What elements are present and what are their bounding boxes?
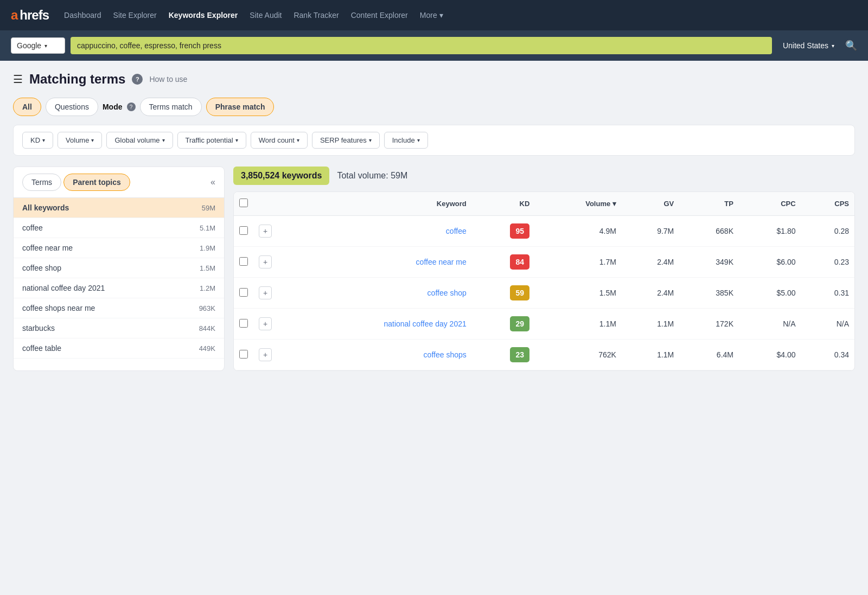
chevron-down-icon: ▾ xyxy=(297,137,299,143)
row-checkbox-cell xyxy=(234,247,253,278)
filter-row: KD ▾ Volume ▾ Global volume ▾ Traffic po… xyxy=(13,125,855,156)
add-keyword-button[interactable]: + xyxy=(259,317,272,330)
kd-cell: 59 xyxy=(472,278,535,309)
table-row: + coffee 95 4.9M 9.7M 668K $1.80 0.28 xyxy=(234,216,854,247)
nav-site-explorer[interactable]: Site Explorer xyxy=(113,11,157,20)
gv-cell: 1.1M xyxy=(622,309,679,340)
row-checkbox[interactable] xyxy=(239,257,248,266)
add-keyword-button[interactable]: + xyxy=(259,286,272,299)
sidebar-item-starbucks[interactable]: starbucks 844K xyxy=(14,318,224,338)
nav-rank-tracker[interactable]: Rank Tracker xyxy=(293,11,339,20)
country-select[interactable]: United States ▾ xyxy=(777,38,840,53)
keyword-link[interactable]: national coffee day 2021 xyxy=(384,319,466,328)
logo-a: a xyxy=(11,8,17,23)
help-icon[interactable]: ? xyxy=(132,74,143,85)
add-keyword-button[interactable]: + xyxy=(259,255,272,268)
global-volume-filter[interactable]: Global volume ▾ xyxy=(106,132,173,149)
keyword-cell: coffee xyxy=(277,216,472,247)
tab-phrase-match[interactable]: Phrase match xyxy=(206,98,275,116)
add-keyword-button[interactable]: + xyxy=(259,348,272,361)
tp-column-header[interactable]: TP xyxy=(679,192,739,216)
how-to-use-link[interactable]: How to use xyxy=(149,75,187,84)
sidebar-item-coffee-shops-near-me[interactable]: coffee shops near me 963K xyxy=(14,298,224,318)
mode-help-icon[interactable]: ? xyxy=(127,103,136,111)
tab-all[interactable]: All xyxy=(13,98,41,116)
sidebar-item-all-keywords[interactable]: All keywords 59M xyxy=(14,198,224,218)
nav-dashboard[interactable]: Dashboard xyxy=(64,11,101,20)
kd-cell: 29 xyxy=(472,309,535,340)
sidebar-item-national-coffee-day[interactable]: national coffee day 2021 1.2M xyxy=(14,278,224,298)
volume-column-header[interactable]: Volume ▾ xyxy=(535,192,622,216)
kd-badge: 95 xyxy=(510,223,529,239)
row-checkbox[interactable] xyxy=(239,288,248,297)
logo-rest: hrefs xyxy=(20,8,49,23)
sidebar-tab-terms[interactable]: Terms xyxy=(22,174,61,191)
collapse-sidebar-button[interactable]: « xyxy=(210,177,215,187)
table-header: 3,850,524 keywords Total volume: 59M xyxy=(233,167,855,185)
select-all-checkbox[interactable] xyxy=(239,199,248,207)
tab-questions[interactable]: Questions xyxy=(46,98,98,116)
logo[interactable]: ahrefs xyxy=(11,8,49,23)
volume-filter[interactable]: Volume ▾ xyxy=(58,132,102,149)
kd-cell: 95 xyxy=(472,216,535,247)
cps-column-header[interactable]: CPS xyxy=(801,192,854,216)
sidebar-item-coffee[interactable]: coffee 5.1M xyxy=(14,218,224,238)
cpc-column-header[interactable]: CPC xyxy=(739,192,801,216)
sidebar-tab-parent-topics[interactable]: Parent topics xyxy=(63,174,130,191)
row-checkbox[interactable] xyxy=(239,226,248,235)
kd-column-header[interactable]: KD xyxy=(472,192,535,216)
row-add-cell: + xyxy=(253,278,277,309)
nav-content-explorer[interactable]: Content Explorer xyxy=(351,11,408,20)
nav-site-audit[interactable]: Site Audit xyxy=(250,11,282,20)
cpc-cell: $6.00 xyxy=(739,247,801,278)
keyword-search-input[interactable]: cappuccino, coffee, espresso, french pre… xyxy=(71,37,772,54)
row-checkbox-cell xyxy=(234,340,253,370)
nav-keywords-explorer[interactable]: Keywords Explorer xyxy=(169,11,238,20)
search-bar: Google ▾ cappuccino, coffee, espresso, f… xyxy=(0,30,868,61)
select-all-header xyxy=(234,192,253,216)
add-keyword-button[interactable]: + xyxy=(259,225,272,238)
gv-cell: 9.7M xyxy=(622,216,679,247)
row-add-cell: + xyxy=(253,216,277,247)
word-count-filter[interactable]: Word count ▾ xyxy=(251,132,308,149)
cpc-cell: $1.80 xyxy=(739,216,801,247)
keyword-column-header[interactable]: Keyword xyxy=(277,192,472,216)
include-filter[interactable]: Include ▾ xyxy=(384,132,428,149)
row-checkbox[interactable] xyxy=(239,350,248,359)
row-checkbox-cell xyxy=(234,309,253,340)
table-section: 3,850,524 keywords Total volume: 59M Key… xyxy=(233,167,855,371)
keyword-link[interactable]: coffee shop xyxy=(427,289,467,297)
row-checkbox[interactable] xyxy=(239,319,248,328)
menu-icon[interactable]: ☰ xyxy=(13,73,23,86)
keyword-link[interactable]: coffee near me xyxy=(416,258,467,266)
kd-badge: 29 xyxy=(510,316,529,331)
keyword-link[interactable]: coffee xyxy=(446,227,467,235)
nav-more[interactable]: More ▾ xyxy=(420,11,443,20)
serp-features-filter[interactable]: SERP features ▾ xyxy=(312,132,380,149)
traffic-potential-filter[interactable]: Traffic potential ▾ xyxy=(177,132,246,149)
chevron-down-icon: ▾ xyxy=(832,43,834,49)
cps-cell: 0.31 xyxy=(801,278,854,309)
volume-cell: 1.1M xyxy=(535,309,622,340)
volume-cell: 1.7M xyxy=(535,247,622,278)
sidebar-item-coffee-table[interactable]: coffee table 449K xyxy=(14,338,224,359)
volume-cell: 4.9M xyxy=(535,216,622,247)
keyword-cell: national coffee day 2021 xyxy=(277,309,472,340)
tab-terms-match[interactable]: Terms match xyxy=(140,98,202,116)
gv-cell: 1.1M xyxy=(622,340,679,370)
gv-column-header[interactable]: GV xyxy=(622,192,679,216)
kd-badge: 84 xyxy=(510,254,529,270)
cpc-cell: $5.00 xyxy=(739,278,801,309)
table-row: + coffee shop 59 1.5M 2.4M 385K $5.00 0.… xyxy=(234,278,854,309)
total-volume-label: Total volume: 59M xyxy=(337,171,407,181)
row-checkbox-cell xyxy=(234,216,253,247)
kd-filter[interactable]: KD ▾ xyxy=(22,132,53,149)
search-engine-select[interactable]: Google ▾ xyxy=(11,37,65,54)
sidebar-item-coffee-near-me[interactable]: coffee near me 1.9M xyxy=(14,238,224,258)
chevron-down-icon: ▾ xyxy=(91,137,94,143)
keyword-link[interactable]: coffee shops xyxy=(424,350,467,359)
top-navigation: ahrefs Dashboard Site Explorer Keywords … xyxy=(0,0,868,30)
sidebar-item-coffee-shop[interactable]: coffee shop 1.5M xyxy=(14,258,224,278)
search-button[interactable]: 🔍 xyxy=(845,40,857,52)
kd-cell: 84 xyxy=(472,247,535,278)
